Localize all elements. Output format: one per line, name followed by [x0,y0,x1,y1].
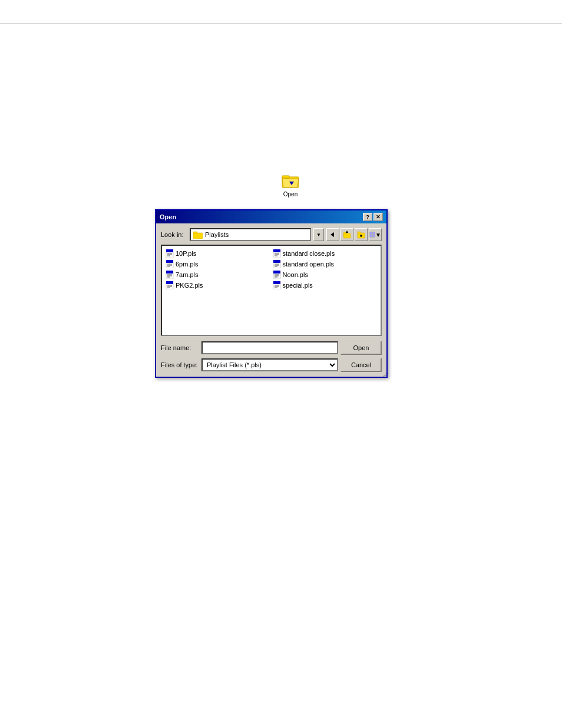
svg-line-58 [383,373,386,377]
file-item-pkg2[interactable]: PKG2.pls [164,280,272,291]
playlist-file-icon [166,249,174,258]
file-name: standard open.pls [283,261,334,268]
file-item-standard-open[interactable]: standard open.pls [272,259,379,269]
cancel-button[interactable]: Cancel [340,358,382,372]
svg-rect-54 [273,281,280,284]
file-item-6pm[interactable]: 6pm.pls [164,259,272,269]
view-button[interactable]: ▼ [369,228,382,241]
file-name-label: File name: [161,344,199,351]
file-name: standard close.pls [283,250,335,257]
files-of-type-label: Files of type: [161,361,199,368]
file-name: 7am.pls [176,271,199,278]
folder-icon [193,230,203,239]
svg-rect-14 [370,232,372,235]
look-in-label: Look in: [161,231,187,238]
svg-rect-17 [373,235,375,238]
file-name: Noon.pls [283,271,308,278]
desktop-open-icon[interactable]: Open [276,171,305,197]
playlist-file-icon [273,281,281,289]
new-folder-button[interactable] [355,228,368,241]
filename-row: File name: Open [161,341,382,355]
files-of-type-wrapper[interactable]: Playlist Files (*.pls) All Files (*.*) [201,358,338,371]
svg-rect-29 [166,260,173,263]
playlist-file-icon [166,271,174,279]
open-icon-image [281,171,300,190]
svg-rect-4 [193,233,203,239]
open-dialog: Open ? ✕ Look in: Playlists ▼ [155,209,388,378]
files-of-type-row: Files of type: Playlist Files (*.pls) Al… [161,358,382,372]
playlist-file-icon [166,260,174,268]
svg-rect-5 [193,232,197,233]
open-button[interactable]: Open [340,341,382,355]
look-in-row: Look in: Playlists ▼ [161,228,382,241]
look-in-dropdown-arrow[interactable]: ▼ [313,228,324,241]
dialog-title-buttons: ? ✕ [363,213,383,221]
svg-rect-8 [343,232,346,234]
svg-rect-49 [166,281,173,284]
dialog-titlebar: Open ? ✕ [156,210,386,223]
desktop-icon-label: Open [283,191,297,197]
svg-marker-6 [330,232,334,237]
dialog-close-button[interactable]: ✕ [373,213,383,221]
svg-rect-39 [166,271,173,274]
file-list-area: 10P.pls standard close.pls [161,245,382,336]
file-name: 6pm.pls [176,261,199,268]
svg-rect-19 [166,249,173,252]
file-name: 10P.pls [176,250,196,257]
svg-rect-34 [273,260,280,263]
svg-line-59 [385,375,386,377]
svg-rect-44 [273,271,280,274]
svg-rect-15 [373,232,375,235]
toolbar-buttons: ▼ [326,228,382,241]
top-divider [0,24,562,24]
file-name-input[interactable] [201,341,338,354]
resize-handle[interactable] [379,370,386,377]
file-name: PKG2.pls [176,282,203,289]
back-button[interactable] [326,228,339,241]
playlist-file-icon [273,271,281,279]
up-folder-button[interactable] [340,228,353,241]
playlist-file-icon [166,281,174,289]
look-in-value: Playlists [205,231,229,238]
svg-rect-1 [282,176,289,178]
svg-rect-24 [273,249,280,252]
playlist-file-icon [273,260,281,268]
file-item-10p[interactable]: 10P.pls [164,248,272,259]
look-in-dropdown[interactable]: Playlists [190,228,311,241]
playlist-file-icon [273,249,281,258]
files-of-type-select[interactable]: Playlist Files (*.pls) All Files (*.*) [201,358,338,371]
dialog-title: Open [160,213,176,220]
svg-rect-11 [358,232,361,233]
file-name: special.pls [283,282,313,289]
svg-marker-9 [346,230,348,233]
dialog-help-button[interactable]: ? [363,213,372,221]
file-item-standard-close[interactable]: standard close.pls [272,248,379,259]
svg-rect-16 [370,235,372,238]
file-item-special[interactable]: special.pls [272,280,379,291]
dialog-body: Look in: Playlists ▼ [156,223,386,377]
file-item-noon[interactable]: Noon.pls [272,269,379,280]
file-item-7am[interactable]: 7am.pls [164,269,272,280]
